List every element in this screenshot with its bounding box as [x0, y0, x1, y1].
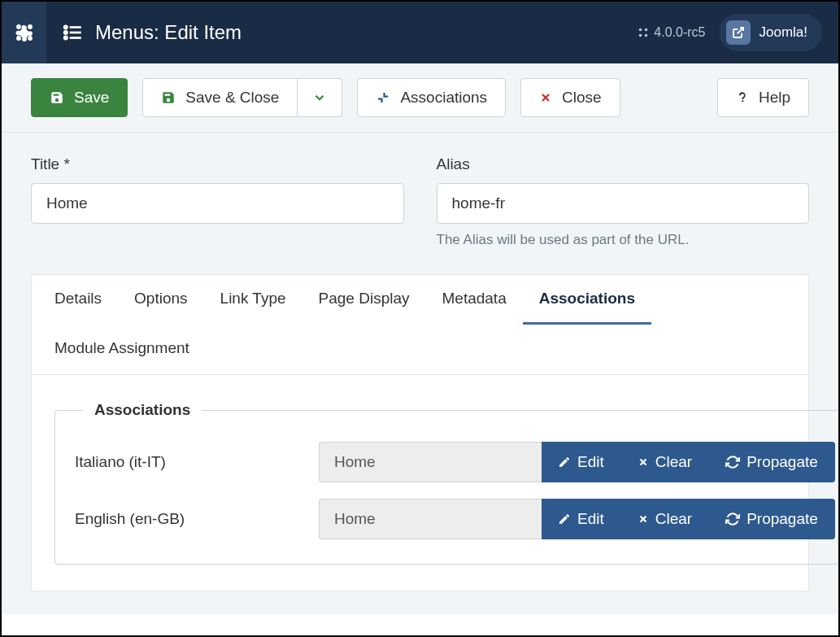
save-button[interactable]: Save — [31, 78, 128, 117]
tab-options[interactable]: Options — [118, 275, 203, 325]
assoc-clear-en[interactable]: Clear — [621, 499, 709, 539]
save-close-button[interactable]: Save & Close — [142, 78, 298, 117]
propagate-icon — [725, 512, 740, 526]
svg-point-1 — [28, 24, 33, 29]
associations-button[interactable]: Associations — [357, 78, 506, 117]
assoc-clear-it[interactable]: Clear — [621, 442, 709, 482]
version-text: 4.0.0-rc5 — [654, 25, 705, 40]
propagate-icon — [725, 455, 740, 469]
alias-label: Alias — [437, 155, 810, 173]
assoc-propagate-en[interactable]: Propagate — [709, 499, 835, 539]
assoc-input-it — [319, 442, 542, 482]
save-label: Save — [74, 89, 109, 107]
save-icon — [50, 90, 64, 105]
close-label: Close — [562, 89, 602, 107]
association-row-en: English (en-GB) Edit Clear Propagate — [75, 499, 835, 539]
title-label: Title * — [31, 155, 404, 173]
topbar: Menus: Edit Item 4.0.0-rc5 Joomla! — [2, 2, 838, 63]
title-input[interactable] — [31, 183, 404, 224]
help-label: Help — [759, 89, 790, 107]
svg-point-0 — [16, 24, 21, 29]
joomla-link-text: Joomla! — [759, 24, 807, 41]
svg-point-2 — [16, 36, 21, 41]
close-button[interactable]: Close — [520, 78, 620, 117]
svg-point-3 — [28, 36, 33, 41]
external-link-icon — [726, 20, 751, 45]
svg-point-10 — [639, 28, 642, 32]
tab-card: Details Options Link Type Page Display M… — [31, 274, 809, 591]
toolbar: Save Save & Close Associations Close Hel… — [2, 63, 838, 133]
edit-icon — [558, 456, 571, 469]
svg-point-12 — [639, 34, 642, 37]
joomla-logo[interactable] — [2, 2, 46, 63]
tabs: Details Options Link Type Page Display M… — [32, 275, 808, 375]
assoc-input-en — [319, 499, 542, 539]
edit-icon — [558, 513, 571, 526]
help-icon — [736, 89, 749, 106]
close-icon — [539, 91, 552, 104]
alias-help: The Alias will be used as part of the UR… — [437, 232, 810, 248]
content-area: Title * Alias The Alias will be used as … — [2, 133, 838, 614]
save-icon — [161, 90, 176, 105]
tab-details[interactable]: Details — [38, 275, 118, 325]
association-row-it: Italiano (it-IT) Edit Clear Propagate — [75, 442, 835, 482]
clear-icon — [638, 456, 649, 468]
associations-label: Associations — [400, 89, 487, 107]
help-button[interactable]: Help — [717, 78, 809, 117]
clear-icon — [638, 513, 649, 525]
tab-link-type[interactable]: Link Type — [204, 275, 302, 325]
associations-legend: Associations — [83, 401, 202, 419]
page-title: Menus: Edit Item — [95, 21, 242, 44]
save-close-group: Save & Close — [142, 78, 342, 117]
version-badge[interactable]: 4.0.0-rc5 — [638, 25, 705, 40]
tab-module-assignment[interactable]: Module Assignment — [38, 325, 206, 374]
svg-point-8 — [64, 31, 67, 33]
list-icon — [63, 22, 84, 43]
svg-point-9 — [64, 37, 67, 39]
chevron-down-icon — [312, 90, 327, 105]
svg-point-7 — [64, 26, 67, 28]
associations-fieldset: Associations Italiano (it-IT) Edit Clear — [54, 401, 840, 565]
assoc-label-en: English (en-GB) — [75, 510, 319, 528]
tab-metadata[interactable]: Metadata — [426, 275, 523, 325]
contract-icon — [376, 90, 390, 105]
assoc-edit-en[interactable]: Edit — [542, 499, 621, 539]
save-close-dropdown[interactable] — [298, 78, 342, 117]
joomla-link[interactable]: Joomla! — [720, 14, 822, 51]
alias-input[interactable] — [437, 183, 810, 224]
svg-point-11 — [645, 28, 648, 32]
assoc-label-it: Italiano (it-IT) — [75, 453, 319, 471]
save-close-label: Save & Close — [185, 89, 279, 107]
tab-associations[interactable]: Associations — [523, 275, 651, 325]
assoc-edit-it[interactable]: Edit — [542, 442, 621, 482]
svg-point-13 — [645, 34, 648, 37]
assoc-propagate-it[interactable]: Propagate — [709, 442, 835, 482]
tab-page-display[interactable]: Page Display — [302, 275, 426, 325]
svg-line-14 — [738, 28, 743, 33]
